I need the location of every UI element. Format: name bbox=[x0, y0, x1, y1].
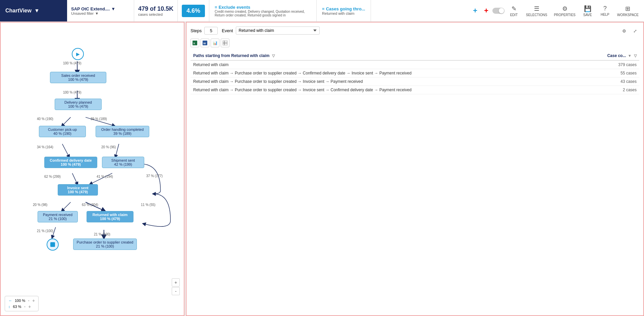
sales-order-node[interactable]: Sales order received 100 % (479) bbox=[50, 72, 106, 83]
label-invoice-returned: 63 % (304) bbox=[82, 203, 98, 207]
settings-icon-btn[interactable]: ⚙ bbox=[620, 27, 629, 35]
event-select[interactable]: Returned with claim Payment received Inv… bbox=[236, 27, 320, 35]
cases-sort-icon[interactable]: ▼ bbox=[628, 54, 632, 58]
path-cell: Returned with claim → Purchase order to … bbox=[191, 86, 579, 94]
table-row[interactable]: Returned with claim → Purchase order to … bbox=[191, 86, 639, 94]
flow-svg bbox=[1, 22, 184, 315]
edit-button[interactable]: ✎ EDIT bbox=[506, 4, 522, 18]
table-icon-btn[interactable] bbox=[221, 39, 229, 47]
shipment-sent-label: Shipment sent bbox=[105, 158, 141, 162]
flow-diagram: ▶ 100 % (479) Sales order received 100 %… bbox=[1, 22, 184, 315]
exclude-title[interactable]: ≡ Exclude events bbox=[215, 5, 311, 10]
shipment-sent-node[interactable]: Shipment sent 42 % (199) bbox=[102, 157, 144, 168]
delivery-planned-node[interactable]: Delivery planned 100 % (479) bbox=[55, 99, 102, 110]
table-row[interactable]: Returned with claim379 cases bbox=[191, 60, 639, 69]
main-content: ▶ 100 % (479) Sales order received 100 %… bbox=[0, 22, 644, 316]
properties-icon: ⚙ bbox=[562, 5, 568, 12]
path-cell: Returned with claim → Purchase order to … bbox=[191, 77, 579, 86]
order-handling-pct: 39 % (189) bbox=[99, 131, 146, 136]
invoice-sent-pct: 100 % (479) bbox=[61, 190, 95, 194]
scale-v-value: 63 % bbox=[13, 305, 21, 309]
workspace-button[interactable]: ⊞ WORKSPACE bbox=[614, 4, 641, 18]
add-red-button[interactable]: + bbox=[481, 5, 491, 16]
filter-name-arrow[interactable]: ▼ bbox=[111, 6, 115, 11]
customer-pickup-node[interactable]: Customer pick-up 40 % (190) bbox=[39, 126, 86, 137]
filter-name[interactable]: SAP OtC Extend.... ▼ bbox=[71, 6, 130, 11]
delivery-planned-label: Delivery planned bbox=[58, 100, 99, 104]
purchase-order-label: Purchase order to supplier created bbox=[76, 240, 134, 244]
customer-pickup-label: Customer pick-up bbox=[42, 127, 83, 131]
save-button[interactable]: 💾 SAVE bbox=[580, 4, 596, 18]
scale-row-v: ↕ 63 % - + bbox=[8, 304, 35, 309]
table-row[interactable]: Returned with claim → Purchase order to … bbox=[191, 69, 639, 77]
payment-received-node[interactable]: Payment received 21 % (100) bbox=[38, 211, 78, 222]
toggle-track[interactable] bbox=[492, 8, 504, 14]
cases-cell: 2 cases bbox=[579, 86, 639, 94]
cases-section: 479 of 10.5K cases selected bbox=[134, 0, 178, 21]
invoice-sent-node[interactable]: Invoice sent 100 % (479) bbox=[58, 184, 98, 196]
toggle-thumb bbox=[499, 8, 504, 13]
event-label: Event bbox=[222, 28, 233, 33]
filter-sub[interactable]: Unsaved filter ▼ bbox=[71, 11, 130, 15]
returned-claim-node[interactable]: Returned with claim 100 % (479) bbox=[87, 211, 133, 222]
delivery-planned-pct: 100 % (479) bbox=[58, 104, 99, 108]
label-sales-delivery: 100 % (479) bbox=[63, 91, 81, 94]
excel-icon-btn[interactable]: X bbox=[191, 39, 199, 47]
cases-going-sub: Returned with claim bbox=[322, 11, 365, 15]
invoice-sent-label: Invoice sent bbox=[61, 186, 95, 190]
label-shipment-invoice: 41 % (194) bbox=[97, 175, 113, 178]
sales-order-pct: 100 % (479) bbox=[53, 77, 103, 82]
play-icon: ▶ bbox=[76, 51, 80, 57]
cases-going-section: ≡ Cases going thro... Returned with clai… bbox=[317, 0, 371, 21]
scale-v-minus[interactable]: - bbox=[24, 304, 26, 309]
properties-button[interactable]: ⚙ PROPERTIES bbox=[551, 4, 578, 18]
purchase-order-node[interactable]: Purchase order to supplier created 21 % … bbox=[73, 239, 137, 250]
steps-input[interactable] bbox=[204, 27, 218, 35]
scale-row-h: ↔ 100 % - + bbox=[8, 298, 35, 303]
svg-line-6 bbox=[72, 173, 77, 184]
scale-v-icon: ↕ bbox=[8, 305, 10, 309]
cases-filter-icon[interactable]: ▽ bbox=[634, 54, 637, 58]
svg-rect-16 bbox=[223, 41, 227, 45]
chart-icon-btn[interactable]: 📊 bbox=[211, 39, 219, 47]
zoom-in-button[interactable]: + bbox=[172, 278, 180, 286]
returned-claim-pct: 100 % (479) bbox=[90, 217, 130, 221]
expand-icon-btn[interactable]: ⤢ bbox=[631, 27, 639, 35]
zoom-out-button[interactable]: - bbox=[172, 287, 180, 295]
col-path-header: Paths starting from Returned with claim … bbox=[191, 51, 579, 60]
label-order-shipment: 20 % (96) bbox=[101, 145, 116, 149]
exclude-events: Credit memo created, Delivery changed, Q… bbox=[215, 10, 311, 17]
path-filter-icon[interactable]: ▽ bbox=[272, 54, 275, 58]
selections-button[interactable]: ☰ SELECTIONS bbox=[523, 4, 550, 18]
help-button[interactable]: ? HELP bbox=[597, 4, 613, 18]
start-label: 100 % (479) bbox=[63, 61, 81, 65]
label-confirmed-invoice: 62 % (299) bbox=[44, 175, 61, 178]
app-logo: ChartView ▼ bbox=[0, 0, 67, 21]
scale-h-minus[interactable]: - bbox=[28, 298, 30, 303]
left-panel: ▶ 100 % (479) Sales order received 100 %… bbox=[0, 22, 184, 316]
cases-cell: 55 cases bbox=[579, 69, 639, 77]
app-logo-arrow[interactable]: ▼ bbox=[34, 8, 40, 14]
toggle-switch[interactable] bbox=[492, 8, 504, 14]
customer-pickup-pct: 40 % (190) bbox=[42, 131, 83, 136]
scale-h-plus[interactable]: + bbox=[32, 298, 35, 303]
right-panel: ⚙ ⤢ Steps Event Returned with claim Paym… bbox=[186, 22, 644, 316]
zoom-controls: + - bbox=[172, 278, 180, 295]
steps-section: Steps bbox=[191, 27, 218, 35]
scale-h-icon: ↔ bbox=[8, 299, 12, 303]
word-icon-btn[interactable]: W bbox=[201, 39, 209, 47]
cases-label: cases selected bbox=[138, 12, 173, 16]
scale-v-plus[interactable]: + bbox=[28, 304, 31, 309]
cases-count: 479 of 10.5K bbox=[138, 5, 173, 12]
filter-sub-arrow[interactable]: ▼ bbox=[95, 11, 99, 15]
save-icon: 💾 bbox=[584, 5, 591, 12]
filter-section: SAP OtC Extend.... ▼ Unsaved filter ▼ bbox=[67, 0, 134, 21]
add-blue-button[interactable]: + bbox=[470, 5, 480, 16]
order-handling-node[interactable]: Order handling completed 39 % (189) bbox=[96, 126, 149, 137]
cases-going-title[interactable]: ≡ Cases going thro... bbox=[322, 6, 365, 11]
table-row[interactable]: Returned with claim → Purchase order to … bbox=[191, 77, 639, 86]
purchase-order-pct: 21 % (100) bbox=[76, 244, 134, 248]
confirmed-delivery-node[interactable]: Confirmed delivery date 100 % (479) bbox=[44, 157, 97, 168]
scale-h-value: 100 % bbox=[15, 299, 25, 303]
flow-start-node: ▶ bbox=[72, 48, 84, 60]
